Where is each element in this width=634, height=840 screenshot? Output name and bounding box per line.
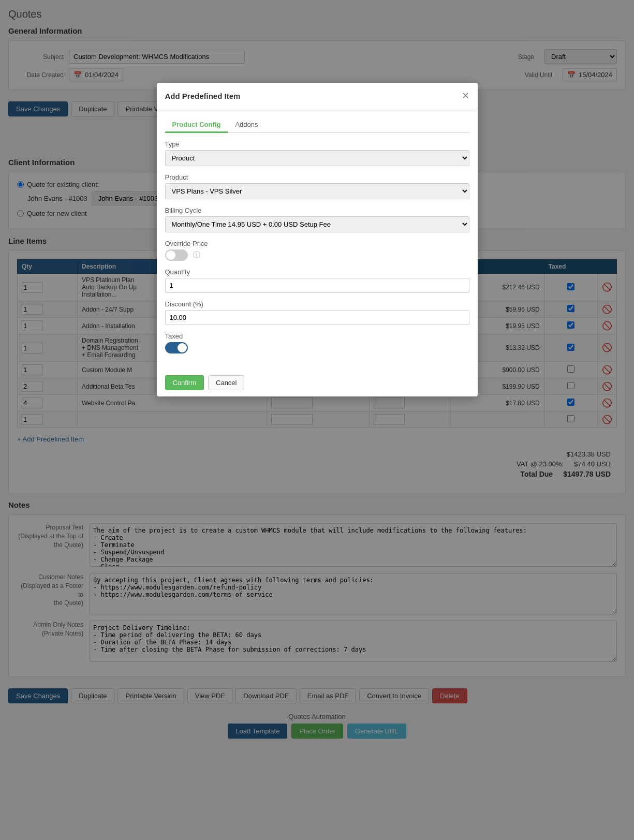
override-help-icon: ⓘ bbox=[193, 250, 200, 260]
modal-overlay[interactable]: Add Predefined Item ✕ Product Config Add… bbox=[0, 0, 634, 753]
discount-input[interactable] bbox=[165, 310, 469, 325]
modal-close-button[interactable]: ✕ bbox=[462, 90, 469, 101]
tab-product-config[interactable]: Product Config bbox=[165, 117, 228, 133]
modal-body: Product Config Addons Type Product Servi… bbox=[157, 109, 478, 369]
modal-header: Add Predefined Item ✕ bbox=[157, 83, 478, 109]
discount-field: Discount (%) bbox=[165, 300, 469, 325]
taxed-field: Taxed bbox=[165, 332, 469, 353]
tab-addons[interactable]: Addons bbox=[228, 117, 265, 133]
taxed-toggle[interactable] bbox=[165, 342, 188, 353]
billing-cycle-label: Billing Cycle bbox=[165, 207, 469, 214]
cancel-button[interactable]: Cancel bbox=[208, 375, 244, 390]
confirm-button[interactable]: Confirm bbox=[165, 375, 204, 390]
type-label: Type bbox=[165, 140, 469, 148]
billing-cycle-select[interactable]: Monthly/One Time 14.95 USD + 0.00 USD Se… bbox=[165, 216, 469, 232]
billing-cycle-field: Billing Cycle Monthly/One Time 14.95 USD… bbox=[165, 207, 469, 232]
override-price-toggle[interactable] bbox=[165, 249, 188, 261]
discount-label: Discount (%) bbox=[165, 300, 469, 308]
product-select[interactable]: VPS Plans - VPS Silver VPS Plans - VPS G… bbox=[165, 183, 469, 199]
type-select[interactable]: Product Service Custom bbox=[165, 150, 469, 166]
add-predefined-modal: Add Predefined Item ✕ Product Config Add… bbox=[157, 83, 478, 396]
type-field: Type Product Service Custom bbox=[165, 140, 469, 166]
product-label: Product bbox=[165, 173, 469, 181]
modal-footer: Confirm Cancel bbox=[157, 369, 478, 396]
modal-title: Add Predefined Item bbox=[165, 92, 241, 100]
override-price-label: Override Price bbox=[165, 240, 469, 247]
modal-tabs: Product Config Addons bbox=[165, 117, 469, 133]
taxed-label: Taxed bbox=[165, 332, 469, 340]
quantity-label: Quantity bbox=[165, 268, 469, 276]
override-price-field: Override Price ⓘ bbox=[165, 240, 469, 261]
quantity-field: Quantity bbox=[165, 268, 469, 293]
quantity-input[interactable] bbox=[165, 278, 469, 293]
product-field: Product VPS Plans - VPS Silver VPS Plans… bbox=[165, 173, 469, 199]
